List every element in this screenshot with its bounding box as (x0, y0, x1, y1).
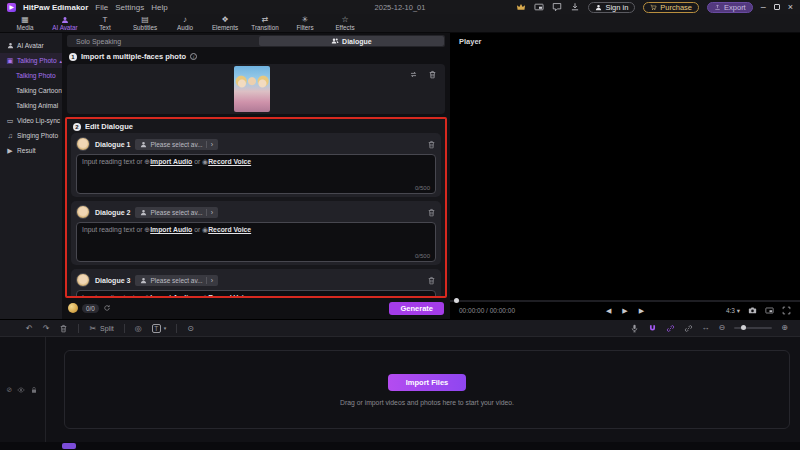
aspect-ratio-select[interactable]: 4:3 ▾ (726, 307, 740, 315)
app-window: ▶ HitPaw Edimakor File Settings Help 202… (0, 0, 800, 450)
sidebar-sub-talking-photo[interactable]: Talking Photo (0, 68, 62, 83)
restore-button[interactable] (774, 4, 780, 10)
purchase-button[interactable]: Purchase (643, 2, 699, 13)
zoom-slider-knob[interactable] (741, 325, 746, 330)
play-button[interactable]: ▶ (622, 307, 627, 315)
zoom-out-icon[interactable]: ⊖ (719, 323, 726, 332)
timeline-toolbar: ↶ ↷ ✂ Split ◎ T ▾ ⊙ ↔ ⊖ ⊕ (0, 319, 800, 336)
sidebar-sub-talking-animal[interactable]: Talking Animal (0, 98, 62, 113)
avatar-voice-select[interactable]: Please select av... › (135, 139, 218, 150)
timeline-area: ⊘ Import Files Drag or import videos and… (0, 336, 800, 442)
video-icon: ▭ (6, 117, 14, 125)
chevron-right-icon: › (206, 277, 213, 284)
ribbon-tab-transition[interactable]: ⇄ Transition (250, 15, 280, 32)
imported-photo-card (67, 64, 445, 114)
delete-dialogue-icon[interactable] (427, 276, 436, 285)
help-widget[interactable] (62, 443, 76, 449)
import-files-button[interactable]: Import Files (388, 374, 467, 391)
sidebar-item-video-lipsync[interactable]: ▭ Video Lip-sync (0, 113, 62, 128)
zoom-in-icon[interactable]: ⊕ (781, 323, 788, 332)
vip-crown-icon[interactable] (516, 2, 526, 12)
ribbon-tab-media[interactable]: ▦ Media (10, 15, 40, 32)
avatar-voice-select[interactable]: Please select av... › (135, 207, 218, 218)
import-audio-link[interactable]: Import Audio (150, 158, 192, 165)
split-icon[interactable]: ✂ (89, 324, 96, 333)
media-drop-zone[interactable]: Import Files Drag or import videos and p… (64, 350, 790, 429)
ribbon-tab-audio[interactable]: ♪ Audio (170, 15, 200, 32)
delete-dialogue-icon[interactable] (427, 140, 436, 149)
mute-track-icon[interactable]: ⊘ (7, 386, 13, 394)
minimize-button[interactable]: – (761, 2, 766, 12)
delete-clip-icon[interactable] (59, 323, 68, 332)
refresh-credits-icon[interactable] (103, 304, 111, 312)
text-tool-icon[interactable]: T (152, 324, 161, 333)
generate-button[interactable]: Generate (389, 302, 444, 315)
tab-dialogue[interactable]: Dialogue (259, 36, 444, 46)
feedback-icon[interactable] (552, 2, 562, 12)
reading-text-input[interactable]: Input reading text or ⊕Import Audio or ◉… (76, 222, 436, 262)
dialogue-label: Dialogue 1 (95, 141, 130, 148)
fullscreen-icon[interactable] (782, 306, 791, 315)
menu-settings[interactable]: Settings (115, 3, 144, 12)
ribbon-tab-subtitles[interactable]: ▤ Subtitles (130, 15, 160, 32)
caret-down-icon: ▾ (737, 307, 740, 314)
reading-text-input[interactable]: Input reading text or ⊕Import Audio or ◉… (76, 154, 436, 194)
avatar (76, 205, 90, 219)
sidebar-item-talking-photo[interactable]: ▣ Talking Photo ▴ (0, 53, 62, 68)
sidebar-item-singing-photo[interactable]: ♫ Singing Photo (0, 128, 62, 143)
player-controls: 00:00:00 / 00:00:00 ◀ ▶ ▶ 4:3 ▾ (450, 302, 800, 319)
ai-avatar-icon (61, 15, 69, 24)
marker-icon[interactable]: ◎ (135, 324, 142, 333)
sidebar-sub-talking-cartoon[interactable]: Talking Cartoon (0, 83, 62, 98)
undo-icon[interactable]: ↶ (26, 324, 33, 333)
prev-frame-button[interactable]: ◀ (606, 307, 611, 315)
layout-panels-icon[interactable] (534, 2, 544, 12)
sidebar-item-result[interactable]: ▶ Result (0, 143, 62, 158)
menu-help[interactable]: Help (151, 3, 167, 12)
tab-solo-speaking[interactable]: Solo Speaking (67, 38, 259, 45)
audio-icon: ♪ (183, 15, 187, 24)
lock-track-icon[interactable] (30, 381, 38, 399)
redo-icon[interactable]: ↷ (43, 324, 50, 333)
delete-photo-icon[interactable] (428, 70, 437, 79)
reading-text-input[interactable]: Input reading text or ⊕Import Audio or ◉… (76, 290, 436, 298)
ribbon-tab-effects[interactable]: ☆ Effects (330, 15, 360, 32)
next-frame-button[interactable]: ▶ (639, 307, 644, 315)
edit-dialogue-section: 2 Edit Dialogue Dialogue 1 Please select… (65, 117, 447, 298)
ribbon-tab-text[interactable]: T Text (90, 15, 120, 32)
cart-icon (650, 4, 657, 11)
record-icon[interactable]: ⊙ (187, 324, 194, 333)
player-viewport (450, 46, 800, 300)
transition-icon: ⇄ (262, 15, 269, 24)
download-icon[interactable] (570, 2, 580, 12)
voiceover-mic-icon[interactable] (630, 323, 639, 332)
auto-ripple-icon[interactable] (666, 323, 675, 332)
magnet-snap-icon[interactable] (648, 323, 657, 332)
sign-in-button[interactable]: Sign in (588, 2, 635, 13)
sidebar-item-ai-avatar[interactable]: AI Avatar (0, 38, 62, 53)
delete-dialogue-icon[interactable] (427, 208, 436, 217)
import-audio-link[interactable]: Import Audio (150, 294, 192, 298)
record-voice-link[interactable]: Record Voice (208, 226, 251, 233)
timeline-zoom-slider[interactable] (734, 327, 772, 329)
split-label[interactable]: Split (100, 325, 114, 332)
caret-down-icon[interactable]: ▾ (164, 325, 167, 331)
record-voice-link[interactable]: Record Voice (208, 158, 251, 165)
hide-track-icon[interactable] (17, 381, 25, 399)
close-button[interactable]: × (788, 2, 793, 12)
import-audio-link[interactable]: Import Audio (150, 226, 192, 233)
avatar-voice-select[interactable]: Please select av... › (135, 275, 218, 286)
link-clips-icon[interactable] (684, 323, 693, 332)
mini-player-icon[interactable] (765, 306, 774, 315)
ribbon-tab-ai-avatar[interactable]: AI Avatar (50, 15, 80, 32)
replace-photo-icon[interactable] (409, 70, 418, 79)
ripple-trim-icon[interactable]: ↔ (702, 323, 710, 332)
text-icon: T (103, 15, 108, 24)
menu-file[interactable]: File (95, 3, 108, 12)
ribbon-tab-filters[interactable]: ✳ Filters (290, 15, 320, 32)
snapshot-icon[interactable] (748, 306, 757, 315)
ribbon-tab-elements[interactable]: ❖ Elements (210, 15, 240, 32)
export-button[interactable]: Export (707, 2, 753, 13)
info-icon[interactable]: i (190, 53, 197, 60)
record-voice-link[interactable]: Record Voice (208, 294, 251, 298)
